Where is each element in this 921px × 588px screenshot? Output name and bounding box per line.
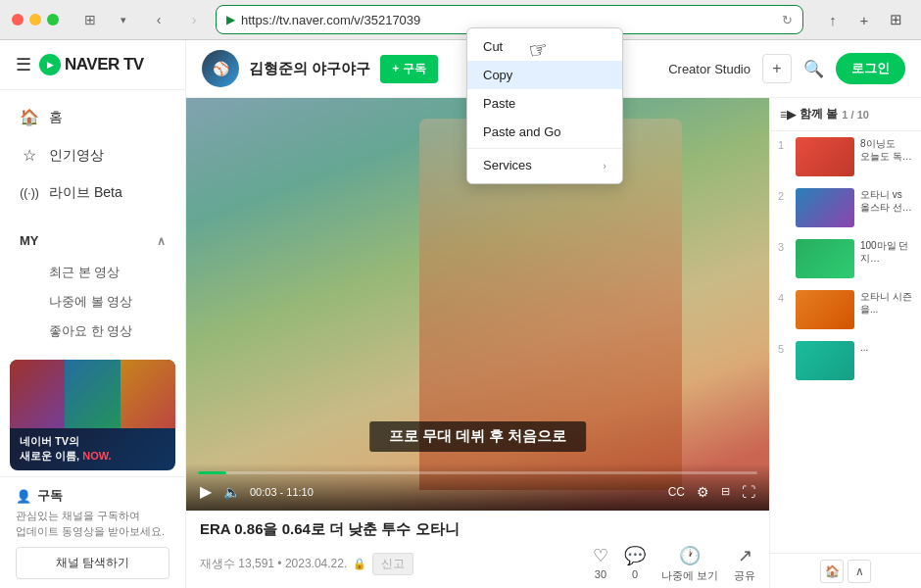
context-menu-cut[interactable]: Cut	[467, 32, 622, 61]
sidebar-item-home[interactable]: 🏠 홈	[0, 98, 185, 136]
comment-count: 0	[632, 568, 638, 580]
playlist-title-2: 오타니 vs올스타 선발...	[860, 188, 913, 214]
playlist-header-text: 함께 볼	[800, 106, 838, 122]
playlist-item-4[interactable]: 4 오타니 시즌을...	[770, 284, 921, 335]
refresh-icon[interactable]: ↻	[782, 13, 793, 27]
sidebar-item-live[interactable]: ((·)) 라이브 Beta	[0, 174, 185, 212]
time-display: 00:03 - 11:10	[250, 486, 314, 498]
lock-icon: 🔒	[353, 558, 366, 570]
playlist-title-1: 8이닝도오늘도 독주한 선...	[860, 137, 913, 163]
playlist-title-3: 100마일 던지체식주...	[860, 239, 913, 265]
playlist-num-2: 2	[778, 190, 790, 202]
subscribe-button[interactable]: + 구독	[380, 55, 437, 83]
share-label: 공유	[734, 568, 755, 583]
back-button[interactable]: ‹	[145, 6, 172, 33]
maximize-button[interactable]	[47, 14, 59, 25]
popular-label: 인기영상	[49, 147, 104, 165]
logo-text: NAVER TV	[65, 55, 144, 74]
subscribe-title-text: 구독	[37, 487, 63, 505]
traffic-lights	[12, 14, 59, 25]
clock-icon: 🕐	[679, 545, 701, 566]
subscribe-icon: 👤	[16, 489, 31, 504]
volume-button[interactable]: 🔈	[221, 482, 242, 502]
hamburger-icon[interactable]: ☰	[16, 54, 31, 75]
search-icon[interactable]: 🔍	[803, 59, 824, 79]
close-button[interactable]	[12, 14, 24, 25]
home-icon: 🏠	[20, 108, 39, 126]
playlist-thumb-4	[796, 290, 854, 329]
playlist-item-5[interactable]: 5 ...	[770, 335, 921, 386]
scroll-down-button[interactable]: ∧	[848, 560, 871, 583]
playlist-thumb-1	[796, 137, 854, 176]
like-icon: ♡	[593, 545, 608, 566]
context-menu-paste-and-go[interactable]: Paste and Go	[467, 118, 622, 146]
share-button[interactable]: ↗ 공유	[734, 545, 755, 583]
playlist-title-4: 오타니 시즌을...	[860, 290, 913, 316]
context-menu-paste[interactable]: Paste	[467, 89, 622, 118]
channel-explore-button[interactable]: 채널 탐색하기	[16, 547, 170, 579]
progress-fill	[198, 471, 226, 474]
share-icon[interactable]: ↑	[819, 6, 847, 33]
playlist-thumb-5	[796, 341, 854, 380]
playlist-num-4: 4	[778, 292, 790, 304]
comment-button[interactable]: 💬 0	[624, 545, 646, 583]
sidebar-item-recent[interactable]: 최근 본 영상	[39, 258, 185, 287]
extensions-icon[interactable]: ⊞	[882, 6, 909, 33]
video-title: ERA 0.86을 0.64로 더 낮춘 투수 오타니	[200, 520, 755, 539]
copy-label: Copy	[483, 68, 512, 82]
home-label: 홈	[49, 109, 63, 126]
subtitle-bar: 프로 무대 데뷔 후 처음으로	[369, 421, 587, 452]
star-icon: ☆	[20, 146, 39, 165]
playlist-item-3[interactable]: 3 100마일 던지체식주...	[770, 233, 921, 284]
banner-card[interactable]: 네이버 TV의 새로운 이름, NOW.	[10, 360, 175, 470]
secure-icon: ▶	[226, 13, 235, 26]
play-button[interactable]: ▶	[198, 480, 214, 503]
live-label: 라이브 Beta	[49, 184, 122, 202]
playlist-num-5: 5	[778, 343, 790, 355]
video-stats-text: 재생수 13,591 • 2023.04.22.	[200, 556, 347, 572]
sidebar-item-popular[interactable]: ☆ 인기영상	[0, 136, 185, 174]
scroll-up-button[interactable]: 🏠	[820, 560, 844, 583]
my-label: MY	[20, 233, 39, 248]
minimize-button[interactable]	[29, 14, 41, 25]
login-button[interactable]: 로그인	[836, 53, 905, 84]
playlist-thumb-3	[796, 239, 854, 278]
caption-button[interactable]: CC	[666, 483, 687, 501]
services-label: Services	[483, 158, 532, 172]
paste-label: Paste	[483, 96, 515, 111]
creator-studio-button[interactable]: Creator Studio	[668, 62, 751, 76]
add-channel-button[interactable]: +	[762, 54, 792, 83]
sidebar-item-liked[interactable]: 좋아요 한 영상	[39, 317, 185, 346]
like-button[interactable]: ♡ 30	[593, 545, 608, 583]
watch-later-button[interactable]: 🕐 나중에 보기	[661, 545, 718, 583]
url-text: https://tv.naver.com/v/35217039	[241, 13, 776, 27]
sidebar-item-later[interactable]: 나중에 볼 영상	[39, 287, 185, 317]
watch-later-label: 나중에 보기	[661, 568, 718, 583]
settings-button[interactable]: ⚙	[695, 482, 711, 502]
forward-button[interactable]: ›	[180, 6, 208, 33]
playlist-sidebar: ≡▶ 함께 볼 1 / 10 1 8이닝도오늘도 독주한 선... 2	[769, 98, 921, 588]
like-count: 30	[595, 568, 606, 580]
banner-line2: 새로운 이름,	[20, 450, 79, 462]
playlist-title-5: ...	[860, 341, 913, 354]
playlist-icon: ≡▶	[780, 108, 796, 122]
new-tab-icon[interactable]: +	[850, 6, 878, 33]
pip-button[interactable]: ⊟	[719, 483, 732, 500]
fullscreen-button[interactable]: ⛶	[740, 482, 757, 502]
channel-name: 김형준의 야구야구	[249, 60, 370, 78]
playlist-item-1[interactable]: 1 8이닝도오늘도 독주한 선...	[770, 131, 921, 182]
context-menu-services[interactable]: Services ›	[467, 151, 622, 179]
playlist-count: 1 / 10	[842, 109, 869, 121]
my-collapse-icon[interactable]: ∧	[157, 234, 166, 248]
subscribe-desc: 관심있는 채널을 구독하여 업데이트 동영상을 받아보세요.	[16, 509, 170, 539]
submenu-arrow-icon: ›	[603, 160, 606, 172]
playlist-thumb-2	[796, 188, 854, 227]
playlist-item-2[interactable]: 2 오타니 vs올스타 선발...	[770, 182, 921, 233]
sidebar-toggle-icon[interactable]: ⊞	[76, 6, 104, 33]
banner-line1: 네이버 TV의	[20, 435, 79, 447]
context-menu-copy[interactable]: Copy	[467, 61, 622, 89]
progress-bar[interactable]	[198, 471, 757, 474]
report-button[interactable]: 신고	[372, 553, 413, 575]
chevron-down-icon[interactable]: ▾	[110, 6, 137, 33]
sidebar: ☰ NAVER TV 🏠 홈 ☆ 인기영상 ((·)) 라이브 Beta MY	[0, 40, 186, 588]
